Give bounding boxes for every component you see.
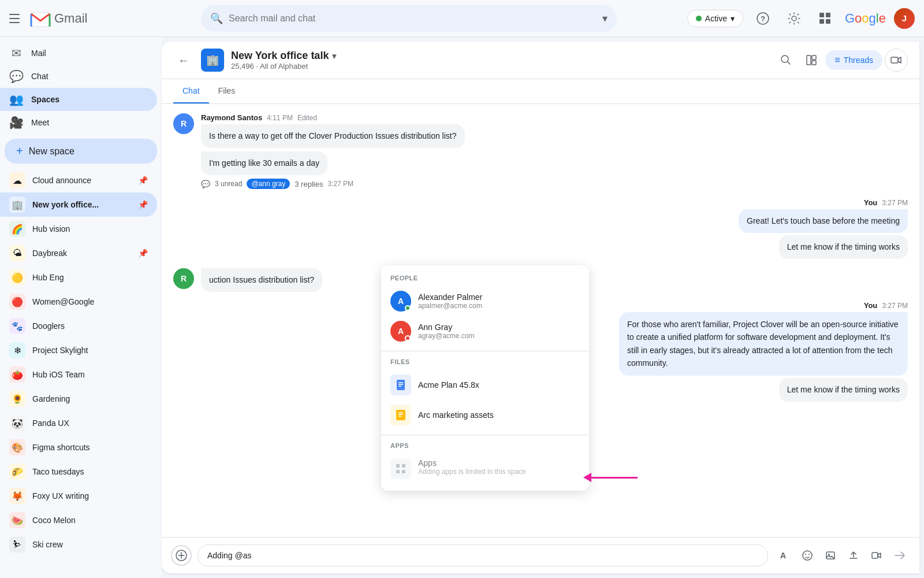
own-sender-2: You bbox=[864, 301, 878, 310]
search-input[interactable] bbox=[229, 13, 597, 24]
menu-icon[interactable] bbox=[9, 12, 23, 25]
sidebar-item-meet[interactable]: 🎥 Meet bbox=[0, 111, 157, 134]
alexander-email: apalmer@acme.com bbox=[418, 302, 580, 310]
acme-plan-name: Acme Plan 45.8x bbox=[418, 380, 580, 390]
chat-messages[interactable]: R Raymond Santos 4:11 PM Edited Is there… bbox=[162, 104, 919, 537]
add-attachment-button[interactable] bbox=[171, 545, 192, 566]
space-icon-coco: 🍉 bbox=[9, 512, 25, 528]
threads-button[interactable]: ≡ Threads bbox=[825, 50, 882, 70]
alexander-name: Alexander Palmer bbox=[418, 292, 580, 302]
space-hub-vision[interactable]: 🌈 Hub vision bbox=[0, 217, 157, 241]
header-layout-button[interactable] bbox=[800, 49, 823, 72]
sidebar-item-mail[interactable]: ✉ Mail bbox=[0, 42, 157, 65]
topbar: Gmail 🔍 ▾ Active ▾ ? bbox=[0, 0, 924, 37]
space-icon-dooglers: 🐾 bbox=[9, 318, 25, 334]
chat-title[interactable]: New York office talk ▾ bbox=[231, 50, 767, 62]
space-hub-eng[interactable]: 🟡 Hub Eng bbox=[0, 265, 157, 290]
own-time-1: 3:27 PM bbox=[882, 199, 908, 207]
ac-acme-plan[interactable]: Acme Plan 45.8x bbox=[381, 370, 589, 400]
raymond-message-content: Raymond Santos 4:11 PM Edited Is there a… bbox=[201, 113, 908, 175]
raymond-meta: Raymond Santos 4:11 PM Edited bbox=[201, 113, 908, 122]
sidebar-nav-spaces-label: Spaces bbox=[31, 95, 148, 104]
raymond-bubble-2: I'm getting like 30 emails a day bbox=[201, 151, 327, 175]
own-meta-1: You 3:27 PM bbox=[864, 198, 908, 207]
tab-files[interactable]: Files bbox=[209, 79, 245, 103]
space-hub-ios[interactable]: 🍅 Hub iOS Team bbox=[0, 362, 157, 387]
space-gardening[interactable]: 🌻 Gardening bbox=[0, 387, 157, 411]
header-actions: ≡ Threads bbox=[774, 49, 908, 72]
sidebar-item-spaces[interactable]: 👥 Spaces bbox=[0, 88, 157, 111]
sidebar-nav-meet-label: Meet bbox=[31, 118, 148, 127]
search-dropdown-icon[interactable]: ▾ bbox=[602, 12, 608, 25]
space-name-cloud-announce: Cloud announce bbox=[32, 176, 131, 185]
raymond-edited: Edited bbox=[297, 114, 317, 122]
replies-row[interactable]: 💬 3 unread @ann gray 3 replies 3:27 PM bbox=[201, 179, 908, 189]
pin-icon-new-york: 📌 bbox=[138, 200, 148, 209]
svg-rect-29 bbox=[872, 553, 878, 558]
send-button[interactable] bbox=[889, 545, 910, 566]
svg-rect-6 bbox=[812, 61, 816, 65]
image-button[interactable] bbox=[820, 545, 841, 566]
spaces-icon: 👥 bbox=[9, 92, 23, 106]
tab-chat[interactable]: Chat bbox=[173, 79, 209, 103]
space-icon-taco: 🌮 bbox=[9, 464, 25, 480]
ann-gray-tag[interactable]: @ann gray bbox=[247, 179, 290, 189]
ac-ann-gray[interactable]: A Ann Gray agray@acme.com bbox=[381, 316, 589, 346]
svg-rect-18 bbox=[396, 470, 400, 473]
format-text-button[interactable]: A bbox=[774, 545, 795, 566]
unread-count: 3 unread bbox=[215, 180, 242, 188]
user-avatar[interactable]: J bbox=[894, 8, 915, 29]
bg-bubble: uction Issues distribution list? bbox=[201, 268, 322, 292]
raymond-sender: Raymond Santos bbox=[201, 113, 262, 122]
help-button[interactable]: ? bbox=[751, 7, 774, 30]
emoji-button[interactable] bbox=[797, 545, 818, 566]
space-name-hub-vision: Hub vision bbox=[32, 224, 148, 234]
ac-arc-marketing[interactable]: Arc marketing assets bbox=[381, 400, 589, 430]
own-time-2: 3:27 PM bbox=[882, 302, 908, 310]
space-name-hub-ios: Hub iOS Team bbox=[32, 370, 148, 379]
sidebar-item-chat[interactable]: 💬 Chat bbox=[0, 65, 157, 88]
new-space-button[interactable]: + New space bbox=[5, 139, 157, 164]
space-taco-tuesdays[interactable]: 🌮 Taco tuesdays bbox=[0, 460, 157, 484]
space-panda-ux[interactable]: 🐼 Panda UX bbox=[0, 411, 157, 435]
space-dooglers[interactable]: 🐾 Dooglers bbox=[0, 314, 157, 338]
main-layout: ✉ Mail 💬 Chat 👥 Spaces 🎥 Meet + New spac… bbox=[0, 37, 924, 578]
space-name-dooglers: Dooglers bbox=[32, 321, 148, 331]
space-project-skylight[interactable]: ❄ Project Skylight bbox=[0, 338, 157, 362]
space-daybreak[interactable]: 🌤 Daybreak 📌 bbox=[0, 241, 157, 265]
apps-button[interactable] bbox=[814, 7, 837, 30]
search-bar[interactable]: 🔍 ▾ bbox=[201, 5, 617, 32]
space-icon-new-york: 🏢 bbox=[9, 197, 25, 213]
sidebar-nav-mail-label: Mail bbox=[31, 49, 148, 58]
people-files-divider bbox=[381, 351, 589, 351]
video-input-button[interactable] bbox=[866, 545, 887, 566]
space-new-york-office[interactable]: 🏢 New york office... 📌 bbox=[0, 192, 157, 217]
apps-icon bbox=[390, 458, 411, 479]
header-search-button[interactable] bbox=[774, 49, 798, 72]
settings-button[interactable] bbox=[783, 7, 806, 30]
space-foxy-ux[interactable]: 🦊 Foxy UX writing bbox=[0, 484, 157, 508]
chat-subtitle: 25,496 · All of Alphabet bbox=[231, 62, 767, 71]
upload-button[interactable] bbox=[843, 545, 864, 566]
video-call-button[interactable] bbox=[885, 49, 908, 72]
svg-text:?: ? bbox=[761, 14, 765, 23]
space-icon-hub-vision: 🌈 bbox=[9, 221, 25, 237]
mail-icon: ✉ bbox=[9, 46, 23, 60]
pin-icon-daybreak: 📌 bbox=[138, 249, 148, 258]
apps-section-title: APPS bbox=[381, 440, 589, 454]
back-button[interactable]: ← bbox=[173, 50, 194, 71]
replies-time: 3:27 PM bbox=[327, 180, 353, 188]
ac-alexander-palmer[interactable]: A Alexander Palmer apalmer@acme.com bbox=[381, 286, 589, 316]
space-cloud-announce[interactable]: ☁ Cloud announce 📌 bbox=[0, 168, 157, 192]
long-msg-text: For those who aren't familiar, Project C… bbox=[627, 320, 899, 368]
space-figma-shortcuts[interactable]: 🎨 Figma shortcuts bbox=[0, 435, 157, 460]
space-women-google[interactable]: 🔴 Women@Google bbox=[0, 290, 157, 314]
svg-point-26 bbox=[808, 554, 810, 555]
svg-rect-7 bbox=[891, 57, 898, 63]
status-button[interactable]: Active ▾ bbox=[687, 10, 743, 27]
message-input[interactable] bbox=[198, 544, 768, 566]
ann-email: agray@acme.com bbox=[418, 332, 580, 340]
own-long-bubble: For those who aren't familiar, Project C… bbox=[619, 312, 908, 376]
space-coco-melon[interactable]: 🍉 Coco Melon bbox=[0, 508, 157, 532]
space-ski-crew[interactable]: ⛷ Ski crew bbox=[0, 532, 157, 557]
